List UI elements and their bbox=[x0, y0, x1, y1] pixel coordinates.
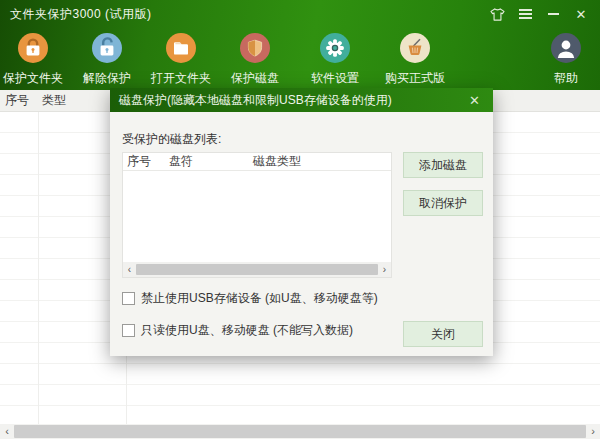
scroll-right-icon[interactable]: › bbox=[378, 262, 391, 277]
dialog-body: 受保护的磁盘列表: 序号 盘符 磁盘类型 ‹ › 添加磁盘 取消保护 关闭 bbox=[110, 112, 493, 356]
skin-icon[interactable] bbox=[488, 5, 506, 23]
toolbar-item-help[interactable]: 帮助 bbox=[542, 33, 590, 87]
gear-icon bbox=[320, 33, 350, 63]
column-header-index[interactable]: 序号 bbox=[5, 90, 29, 111]
listview-scrollbar[interactable]: ‹ › bbox=[123, 262, 391, 277]
header-area: 文件夹保护3000 (试用版) ✕ bbox=[0, 0, 600, 90]
person-icon bbox=[551, 33, 581, 63]
toolbar-item-protect-folder[interactable]: 保护文件夹 bbox=[1, 33, 65, 87]
toolbar-item-unprotect[interactable]: 解除保护 bbox=[81, 33, 133, 87]
toolbar: 保护文件夹 解除保护 bbox=[0, 28, 600, 90]
column-divider bbox=[38, 112, 39, 424]
folder-icon bbox=[166, 33, 196, 63]
main-menu-icon[interactable] bbox=[516, 5, 534, 23]
usb-disable-option[interactable]: 禁止使用USB存储设备 (如U盘、移动硬盘等) bbox=[122, 290, 378, 307]
list-column-drive[interactable]: 盘符 bbox=[169, 153, 193, 170]
shield-icon bbox=[240, 33, 270, 63]
protected-disk-listview[interactable]: 序号 盘符 磁盘类型 ‹ › bbox=[122, 152, 392, 278]
scroll-right-icon[interactable]: › bbox=[586, 424, 600, 439]
scroll-left-icon[interactable]: ‹ bbox=[123, 262, 136, 277]
minimize-button[interactable] bbox=[544, 5, 562, 23]
scroll-left-icon[interactable]: ‹ bbox=[0, 424, 14, 439]
usb-readonly-option[interactable]: 只读使用U盘、移动硬盘 (不能写入数据) bbox=[122, 322, 353, 339]
close-icon: ✕ bbox=[469, 93, 480, 108]
close-icon: ✕ bbox=[576, 8, 587, 21]
list-column-disk-type[interactable]: 磁盘类型 bbox=[253, 153, 301, 170]
scrollbar-thumb[interactable] bbox=[14, 425, 586, 438]
dialog-close-button[interactable]: ✕ bbox=[465, 92, 484, 109]
dialog-title: 磁盘保护(隐藏本地磁盘和限制USB存储设备的使用) bbox=[119, 92, 465, 109]
toolbar-item-buy[interactable]: 购买正式版 bbox=[383, 33, 447, 87]
toolbar-item-protect-disk[interactable]: 保护磁盘 bbox=[229, 33, 281, 87]
toolbar-label: 保护文件夹 bbox=[3, 70, 63, 87]
protected-disk-list-label: 受保护的磁盘列表: bbox=[122, 131, 221, 148]
toolbar-label: 购买正式版 bbox=[385, 70, 445, 87]
lock-icon bbox=[18, 33, 48, 63]
app-window: 文件夹保护3000 (试用版) ✕ bbox=[0, 0, 600, 439]
column-header-type[interactable]: 类型 bbox=[42, 90, 66, 111]
list-column-index[interactable]: 序号 bbox=[127, 153, 151, 170]
toolbar-label: 保护磁盘 bbox=[231, 70, 279, 87]
close-dialog-button[interactable]: 关闭 bbox=[403, 321, 483, 347]
toolbar-item-settings[interactable]: 软件设置 bbox=[309, 33, 361, 87]
checkbox-usb-readonly[interactable] bbox=[122, 324, 135, 337]
toolbar-label: 解除保护 bbox=[83, 70, 131, 87]
cancel-protection-button[interactable]: 取消保护 bbox=[403, 190, 483, 216]
checkbox-label: 禁止使用USB存储设备 (如U盘、移动硬盘等) bbox=[141, 290, 378, 307]
disk-protection-dialog: 磁盘保护(隐藏本地磁盘和限制USB存储设备的使用) ✕ 受保护的磁盘列表: 序号… bbox=[110, 88, 493, 356]
toolbar-item-open-folder[interactable]: 打开文件夹 bbox=[149, 33, 213, 87]
basket-icon bbox=[400, 33, 430, 63]
horizontal-scrollbar[interactable]: ‹ › bbox=[0, 424, 600, 439]
checkbox-label: 只读使用U盘、移动硬盘 (不能写入数据) bbox=[141, 322, 353, 339]
window-controls: ✕ bbox=[488, 5, 590, 23]
toolbar-label: 帮助 bbox=[554, 70, 578, 87]
window-title: 文件夹保护3000 (试用版) bbox=[10, 6, 152, 23]
listview-rows[interactable] bbox=[123, 171, 391, 262]
scrollbar-thumb[interactable] bbox=[136, 264, 378, 275]
checkbox-usb-disable[interactable] bbox=[122, 292, 135, 305]
toolbar-label: 打开文件夹 bbox=[151, 70, 211, 87]
unlock-icon bbox=[92, 33, 122, 63]
add-disk-button[interactable]: 添加磁盘 bbox=[403, 152, 483, 178]
titlebar: 文件夹保护3000 (试用版) ✕ bbox=[0, 0, 600, 28]
toolbar-label: 软件设置 bbox=[311, 70, 359, 87]
listview-header: 序号 盘符 磁盘类型 bbox=[123, 153, 391, 171]
dialog-titlebar: 磁盘保护(隐藏本地磁盘和限制USB存储设备的使用) ✕ bbox=[110, 88, 493, 112]
close-button[interactable]: ✕ bbox=[572, 5, 590, 23]
